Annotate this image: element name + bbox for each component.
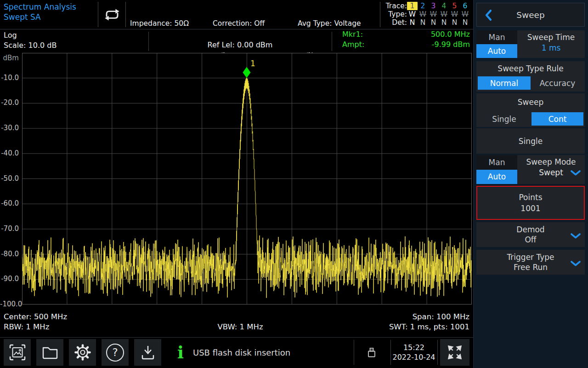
sweep-mode-label: Sweep Mode — [517, 157, 585, 167]
trace-4-type[interactable]: W — [439, 10, 449, 18]
settings-button[interactable] — [69, 339, 96, 366]
trace-4-number[interactable]: 4 — [439, 2, 449, 10]
spectrum-analyzer-screen: Spectrum Analysis Swept SA Impedance: 50… — [0, 0, 588, 368]
demod-value: Off — [525, 235, 536, 244]
y-tick-label: -30.0 — [0, 124, 20, 132]
chevron-down-icon — [571, 169, 581, 178]
trace-6-detector[interactable]: N — [460, 18, 470, 27]
trace-5-detector[interactable]: N — [449, 18, 460, 27]
scale-readout[interactable]: Log Scale: 10.0 dB — [4, 30, 57, 51]
mode-title-line2: Swept SA — [4, 12, 76, 22]
rbw-readout[interactable]: RBW: 1 MHz — [4, 322, 49, 331]
demod-item[interactable]: Demod Off — [476, 222, 585, 247]
clock-time: 15:22 — [403, 343, 424, 352]
divider — [98, 2, 98, 27]
menu-title: Sweep — [477, 3, 584, 26]
y-tick-label: -50.0 — [0, 174, 20, 183]
trace-6-number[interactable]: 6 — [460, 2, 470, 10]
sweep-mode-man-option[interactable]: Man — [476, 155, 517, 170]
mode-title[interactable]: Spectrum Analysis Swept SA — [4, 2, 76, 22]
save-download-icon — [139, 343, 157, 362]
trace-5-type[interactable]: W — [449, 10, 460, 18]
sweep-type-rule-item: Sweep Type Rule Normal Accuracy — [476, 61, 585, 92]
trace-3-type[interactable]: W — [428, 10, 439, 18]
center-freq-readout[interactable]: Center: 500 MHz — [4, 312, 67, 321]
chart-header: Log Scale: 10.0 dB Ref Lel: 0.00 dBm Mkr… — [0, 29, 473, 52]
trace-6-type[interactable]: W — [460, 10, 470, 18]
trace-1-type[interactable]: W — [407, 10, 418, 18]
sweep-time-value: 1 ms — [517, 43, 585, 52]
file-manager-button[interactable] — [36, 339, 63, 366]
points-item[interactable]: Points 1001 — [476, 186, 585, 220]
screenshot-icon — [8, 343, 27, 362]
fullscreen-button[interactable] — [440, 339, 469, 366]
sweep-mode-item[interactable]: Man Auto Sweep Mode Swept — [476, 155, 585, 184]
trace-1-number[interactable]: 1 — [407, 2, 418, 10]
det-row-label: Det: — [381, 18, 407, 27]
trigger-type-value: Free Run — [514, 263, 548, 272]
y-tick-label: -20.0 — [0, 98, 20, 107]
divider — [332, 32, 332, 51]
trigger-type-item[interactable]: Trigger Type Free Run — [476, 250, 585, 275]
trace-2-number[interactable]: 2 — [418, 2, 428, 10]
top-status-bar: Spectrum Analysis Swept SA Impedance: 50… — [0, 0, 473, 29]
avg-type-readout: Avg Type: Voltage — [298, 19, 361, 28]
sweep-time-item[interactable]: Man Auto Sweep Time 1 ms — [476, 30, 585, 58]
help-glyph: ? — [112, 346, 118, 358]
sweep-time-man-auto-toggle: Man Auto — [476, 30, 517, 58]
trace-5-number[interactable]: 5 — [449, 2, 460, 10]
sweep-time-label: Sweep Time — [517, 33, 585, 42]
help-button[interactable]: ? — [102, 339, 129, 366]
info-icon: i — [176, 342, 185, 362]
single-sweep-button[interactable]: Single — [476, 128, 585, 154]
marker-ampt-readout: Ampt: -9.99 dBm — [342, 40, 470, 49]
trace-2-detector[interactable]: N — [418, 18, 428, 27]
usb-device-icon — [365, 346, 378, 361]
type-row-label: Type: — [381, 10, 407, 18]
sweep-label: Sweep — [476, 98, 585, 107]
trace-4-detector[interactable]: N — [439, 18, 449, 27]
single-sweep-label: Single — [519, 137, 543, 146]
sweep-time-man-option[interactable]: Man — [476, 30, 517, 44]
vbw-readout[interactable]: VBW: 1 MHz — [148, 322, 332, 331]
impedance-readout: Impedance: 50Ω — [130, 19, 189, 28]
save-button[interactable] — [134, 339, 161, 366]
marker-diamond[interactable] — [243, 67, 251, 78]
y-tick-label: -70.0 — [0, 224, 20, 233]
marker-freq-value: 500.0 MHz — [431, 30, 470, 39]
sweep-type-accuracy-option[interactable]: Accuracy — [531, 76, 583, 90]
sweep-type-normal-option[interactable]: Normal — [478, 76, 531, 90]
sweep-cont-option[interactable]: Cont — [531, 112, 583, 126]
mode-title-line1: Spectrum Analysis — [4, 2, 76, 12]
sweep-cont-item: Sweep Single Cont — [476, 93, 585, 127]
trace-1-detector[interactable]: N — [407, 18, 418, 27]
trace-table: Trace:123456 Type:WWWWWW Det:NNNNNN — [381, 2, 470, 27]
divider — [437, 340, 438, 365]
sweep-single-option[interactable]: Single — [478, 112, 531, 126]
sweep-time-auto-option[interactable]: Auto — [476, 44, 517, 58]
swt-readout[interactable]: SWT: 1 ms, pts: 1001 — [322, 322, 469, 331]
sweep-mode-auto-option[interactable]: Auto — [476, 170, 517, 184]
trace-3-number[interactable]: 3 — [428, 2, 439, 10]
trace-3-detector[interactable]: N — [428, 18, 439, 27]
correction-readout: Correction: Off — [213, 19, 265, 28]
spectrum-plot-area[interactable]: 1 — [22, 53, 472, 305]
menu-header[interactable]: Sweep — [476, 3, 585, 27]
y-tick-label: -90.0 — [0, 275, 20, 283]
trace-2-type[interactable]: W — [418, 10, 428, 18]
ref-level-readout[interactable]: Ref Lel: 0.00 dBm — [148, 40, 332, 49]
continuous-sweep-icon[interactable] — [101, 5, 123, 26]
span-readout[interactable]: Span: 100 MHz — [322, 312, 469, 321]
points-value: 1001 — [520, 204, 540, 213]
y-tick-label: -100.0 — [0, 300, 20, 308]
marker-name: Mkr1: — [342, 30, 363, 39]
ampt-value: -9.99 dBm — [432, 40, 470, 49]
screenshot-button[interactable] — [4, 339, 31, 366]
y-tick-label: -40.0 — [0, 149, 20, 157]
sweep-menu-sidebar: Sweep Man Auto Sweep Time 1 ms Sweep Typ… — [473, 0, 588, 368]
y-axis-unit-label: dBm — [0, 54, 20, 62]
chevron-down-icon — [571, 232, 581, 241]
divider — [390, 340, 391, 365]
divider — [354, 340, 354, 365]
sweep-mode-man-auto-toggle: Man Auto — [476, 155, 517, 184]
